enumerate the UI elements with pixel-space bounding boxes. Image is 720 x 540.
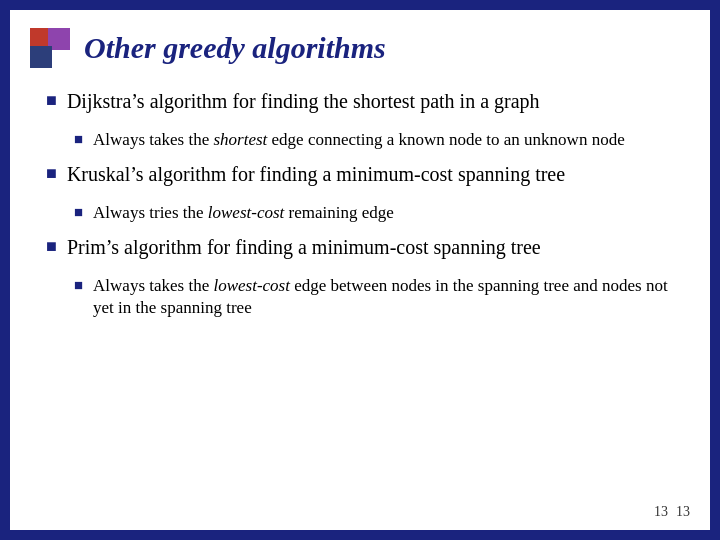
page-total: 13 — [676, 504, 690, 520]
sub-bullet-marker-3-1: ■ — [74, 277, 83, 294]
sub-bullet-marker-1-1: ■ — [74, 131, 83, 148]
italic-lowest-cost-2: lowest-cost — [213, 276, 290, 295]
main-bullet-2: ■ Kruskal’s algorithm for finding a mini… — [46, 161, 674, 188]
bullet-marker-2: ■ — [46, 163, 57, 184]
slide: Other greedy algorithms ■ Dijkstra’s alg… — [10, 10, 710, 530]
icon-bottom-left — [30, 46, 52, 68]
page-current: 13 — [654, 504, 668, 520]
main-bullet-3: ■ Prim’s algorithm for finding a minimum… — [46, 234, 674, 261]
bullet-marker-1: ■ — [46, 90, 57, 111]
bullet-text-2: Kruskal’s algorithm for finding a minimu… — [67, 161, 565, 188]
bullet-text-1: Dijkstra’s algorithm for finding the sho… — [67, 88, 540, 115]
header-icon — [30, 28, 70, 68]
bullet-marker-3: ■ — [46, 236, 57, 257]
slide-header: Other greedy algorithms — [10, 10, 710, 78]
italic-shortest: shortest — [213, 130, 267, 149]
main-bullet-1: ■ Dijkstra’s algorithm for finding the s… — [46, 88, 674, 115]
bullet-text-3: Prim’s algorithm for finding a minimum-c… — [67, 234, 541, 261]
sub-bullet-3-1: ■ Always takes the lowest-cost edge betw… — [74, 275, 674, 319]
slide-title: Other greedy algorithms — [84, 31, 386, 65]
sub-bullet-text-1-1: Always takes the shortest edge connectin… — [93, 129, 625, 151]
slide-footer: 13 13 — [654, 504, 690, 520]
italic-lowest-cost-1: lowest-cost — [208, 203, 285, 222]
sub-bullet-text-2-1: Always tries the lowest-cost remaining e… — [93, 202, 394, 224]
sub-bullet-2-1: ■ Always tries the lowest-cost remaining… — [74, 202, 674, 224]
sub-bullet-1-1: ■ Always takes the shortest edge connect… — [74, 129, 674, 151]
slide-content: ■ Dijkstra’s algorithm for finding the s… — [10, 78, 710, 339]
sub-bullet-text-3-1: Always takes the lowest-cost edge betwee… — [93, 275, 674, 319]
sub-bullet-marker-2-1: ■ — [74, 204, 83, 221]
